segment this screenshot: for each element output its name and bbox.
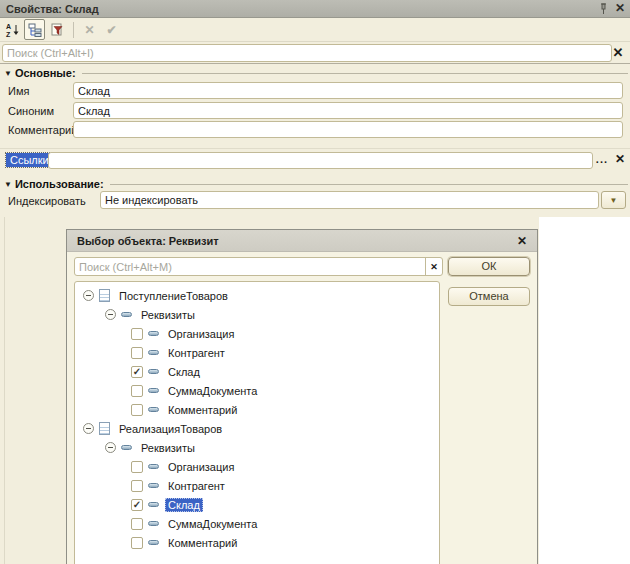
attribute-icon (121, 445, 132, 450)
indexing-dropdown-button[interactable]: ▼ (601, 191, 626, 209)
tree-item-label[interactable]: Реквизиты (138, 441, 198, 455)
dialog-search-field: ✕ (74, 257, 443, 276)
clear-icon[interactable]: ✕ (79, 19, 100, 40)
tree-row[interactable]: Организация (75, 324, 439, 343)
tree-item-label[interactable]: Реквизиты (138, 308, 198, 322)
comment-label: Комментарий (8, 124, 77, 136)
tree-checkbox[interactable] (131, 461, 143, 473)
comment-input[interactable] (74, 122, 622, 137)
properties-search-field (2, 44, 612, 62)
collapse-minus-icon[interactable] (83, 290, 94, 301)
workspace-background (539, 217, 630, 564)
name-input[interactable] (74, 83, 622, 98)
collapse-minus-icon[interactable] (105, 442, 116, 453)
dialog-search-clear-icon[interactable]: ✕ (425, 258, 442, 275)
indexing-label: Индексировать (8, 195, 86, 207)
attribute-icon (121, 312, 132, 317)
synonym-field (73, 102, 623, 119)
tree-checkbox[interactable] (131, 404, 143, 416)
synonym-input[interactable] (74, 103, 622, 118)
tree-row[interactable]: РеализацияТоваров (75, 419, 439, 438)
tree-item-label[interactable]: Контрагент (165, 479, 228, 493)
tree-checkbox[interactable]: ✓ (131, 366, 143, 378)
tree-checkbox[interactable] (131, 347, 143, 359)
chevron-down-icon: ▼ (610, 196, 618, 205)
properties-search-input[interactable] (3, 47, 611, 59)
section-usage[interactable]: ▼ Использование: (0, 177, 630, 191)
ok-button[interactable]: ОК (448, 257, 530, 276)
sort-az-glyph: A Z (5, 22, 21, 38)
tree-item-label[interactable]: ПоступлениеТоваров (116, 289, 231, 303)
collapse-triangle-icon: ▼ (4, 69, 12, 78)
tree-item-label[interactable]: РеализацияТоваров (116, 422, 225, 436)
tree-row[interactable]: Реквизиты (75, 438, 439, 457)
dialog-title: Выбор объекта: Реквизит (67, 235, 517, 247)
object-tree[interactable]: ПоступлениеТоваровРеквизитыОрганизацияКо… (74, 281, 440, 564)
filter-icon[interactable] (46, 19, 67, 40)
apply-icon[interactable]: ✔ (101, 19, 122, 40)
tree-item-label[interactable]: Контрагент (165, 346, 228, 360)
links-label[interactable]: Ссылки (6, 153, 53, 167)
tree-item-label[interactable]: Склад (165, 498, 203, 512)
links-input[interactable] (49, 153, 592, 168)
tree-checkbox[interactable] (131, 328, 143, 340)
tree-checkbox[interactable]: ✓ (131, 499, 143, 511)
screen: { "glyphs": { "close": "✕", "dropdown": … (0, 0, 630, 564)
tree-row[interactable]: ✓Склад (75, 495, 439, 514)
tree-item-label[interactable]: Организация (165, 460, 237, 474)
collapse-minus-icon[interactable] (105, 309, 116, 320)
tree-row[interactable]: СуммаДокумента (75, 381, 439, 400)
attribute-icon (148, 464, 159, 469)
tree-item-label[interactable]: Комментарий (165, 536, 240, 550)
dialog-close-icon[interactable]: ✕ (517, 234, 537, 248)
tree-checkbox[interactable] (131, 518, 143, 530)
section-main[interactable]: ▼ Основные: (0, 66, 630, 80)
tree-row[interactable]: Контрагент (75, 476, 439, 495)
tree-row[interactable]: Комментарий (75, 533, 439, 552)
pin-icon-svg (599, 2, 608, 15)
section-rule (82, 73, 628, 74)
attribute-icon (148, 540, 159, 545)
indexing-combo[interactable]: Не индексировать (100, 191, 599, 209)
attribute-icon (148, 502, 159, 507)
tree-row[interactable]: СуммаДокумента (75, 514, 439, 533)
tree-checkbox[interactable] (131, 537, 143, 549)
tree-item-label[interactable]: Склад (165, 365, 203, 379)
svg-text:A: A (6, 23, 11, 30)
section-main-label: Основные: (15, 67, 76, 79)
tree-row[interactable]: ПоступлениеТоваров (75, 286, 439, 305)
tree-row[interactable]: Контрагент (75, 343, 439, 362)
tree-item-label[interactable]: СуммаДокумента (165, 517, 260, 531)
indexing-value: Не индексировать (105, 194, 198, 206)
cancel-button[interactable]: Отмена (448, 287, 530, 306)
attribute-icon (148, 388, 159, 393)
dialog-search-input[interactable] (75, 261, 425, 273)
toolbar-separator (73, 22, 74, 38)
synonym-label: Синоним (8, 105, 54, 117)
dialog-titlebar[interactable]: Выбор объекта: Реквизит ✕ (67, 230, 537, 252)
tree-checkbox[interactable] (131, 480, 143, 492)
links-more-button[interactable]: ... (596, 153, 608, 165)
properties-close-icon[interactable]: ✕ (610, 1, 630, 16)
attribute-icon (148, 350, 159, 355)
tree-item-label[interactable]: Комментарий (165, 403, 240, 417)
attribute-icon (148, 369, 159, 374)
filter-glyph (49, 22, 65, 38)
tree-item-label[interactable]: СуммаДокумента (165, 384, 260, 398)
links-clear-icon[interactable]: ✕ (615, 152, 625, 166)
sort-az-icon[interactable]: A Z (2, 19, 23, 40)
tree-row[interactable]: Комментарий (75, 400, 439, 419)
pin-icon[interactable] (596, 1, 610, 16)
tree-item-label[interactable]: Организация (165, 327, 237, 341)
attribute-icon (148, 483, 159, 488)
divider (0, 63, 630, 64)
tree-row[interactable]: ✓Склад (75, 362, 439, 381)
tree-row[interactable]: Организация (75, 457, 439, 476)
properties-search-clear-icon[interactable]: ✕ (610, 45, 626, 60)
tree-row[interactable]: Реквизиты (75, 305, 439, 324)
tree-checkbox[interactable] (131, 385, 143, 397)
document-icon (99, 289, 110, 302)
svg-text:Z: Z (6, 31, 11, 38)
category-view-icon[interactable] (24, 19, 45, 40)
collapse-minus-icon[interactable] (83, 423, 94, 434)
